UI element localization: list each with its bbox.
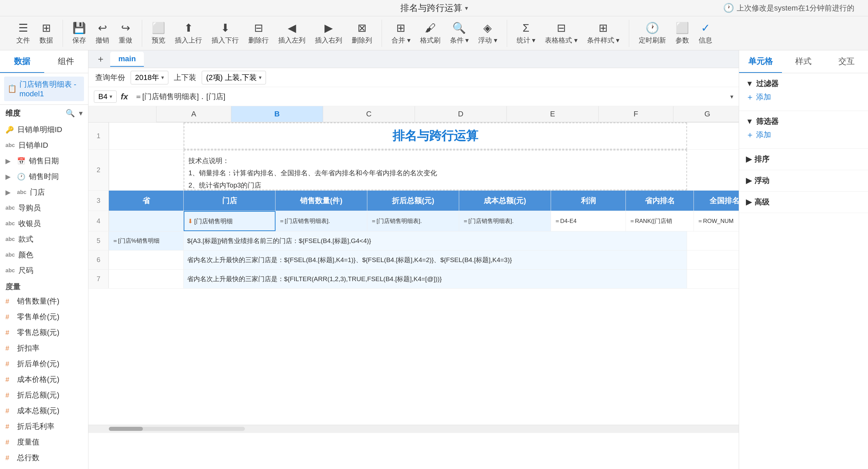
cell-C3[interactable]: 销售数量(件) bbox=[276, 191, 367, 211]
col-header-E[interactable]: E bbox=[507, 106, 599, 122]
cell-B3[interactable]: 门店 bbox=[184, 191, 276, 211]
insert-col-left-button[interactable]: ◀ 插入左列 bbox=[274, 19, 310, 47]
field-item-longitude[interactable]: # 经度 bbox=[0, 466, 88, 469]
insert-row-below-button[interactable]: ⬇ 插入下行 bbox=[207, 19, 243, 47]
redo-button[interactable]: ↪ 重做 bbox=[115, 19, 136, 47]
field-item-qty[interactable]: # 销售数量(件) bbox=[0, 293, 88, 309]
timer-refresh-button[interactable]: 🕐 定时刷新 bbox=[635, 19, 670, 47]
field-item-size[interactable]: abc 尺码 bbox=[0, 263, 88, 278]
cell-ref-select[interactable]: B4 ▾ bbox=[94, 91, 117, 103]
format-brush-button[interactable]: 🖌 格式刷 bbox=[416, 20, 445, 47]
cell-B7-merged[interactable]: 省内名次上升最快的三家门店是：${FILTER(ARR(1,2,3),TRUE,… bbox=[184, 270, 687, 288]
right-tab-style[interactable]: 样式 bbox=[782, 50, 825, 73]
field-item-cost-total[interactable]: # 成本总额(元) bbox=[0, 403, 88, 419]
formula-content[interactable]: ＝[门店销售明细表]．[门店] bbox=[132, 90, 726, 103]
condition-button[interactable]: 🔍 条件 ▾ bbox=[446, 19, 473, 47]
h-scroll-thumb[interactable] bbox=[109, 427, 143, 431]
cell-G3[interactable]: 省内排名 bbox=[626, 191, 694, 211]
formula-expand-icon[interactable]: ▾ bbox=[730, 93, 733, 100]
cell-B6-merged[interactable]: 省内名次上升最快的三家门店是：${FSEL(B4.[标题],K4=1)}、${F… bbox=[184, 250, 687, 269]
filter-add-button[interactable]: ＋ 添加 bbox=[746, 89, 861, 105]
cell-A1[interactable] bbox=[109, 123, 184, 149]
field-item-disc-total[interactable]: # 折后总额(元) bbox=[0, 387, 88, 403]
field-item-store[interactable]: ▶ abc 门店 bbox=[0, 184, 88, 200]
cell-A3[interactable]: 省 bbox=[109, 191, 184, 211]
sidebar-tab-data[interactable]: 数据 bbox=[0, 50, 44, 73]
h-scrollbar[interactable] bbox=[88, 425, 739, 433]
menu-button[interactable]: ☰ 文件 bbox=[12, 19, 34, 47]
field-item-measure-val[interactable]: # 度量值 bbox=[0, 434, 88, 450]
data-button[interactable]: ⊞ 数据 bbox=[35, 19, 57, 47]
cell-D4[interactable]: ＝[门店销售明细表]. bbox=[367, 211, 459, 231]
stats-button[interactable]: Σ 统计 ▾ bbox=[513, 20, 540, 47]
cell-A4[interactable] bbox=[109, 211, 184, 231]
cell-C4[interactable]: ＝[门店销售明细表]. bbox=[276, 211, 367, 231]
field-item-sales-date[interactable]: ▶ 📅 销售日期 bbox=[0, 153, 88, 169]
cell-E4[interactable]: ＝[门店销售明细表]. bbox=[459, 211, 551, 231]
col-header-B[interactable]: B bbox=[231, 106, 323, 122]
field-item-margin[interactable]: # 折后毛利率 bbox=[0, 419, 88, 434]
table-format-button[interactable]: ⊟ 表格格式 ▾ bbox=[541, 19, 582, 47]
insert-row-above-button[interactable]: ⬆ 插入上行 bbox=[171, 19, 206, 47]
cell-B1-merged[interactable]: 排名与跨行运算 bbox=[184, 123, 687, 149]
sidebar-tab-component[interactable]: 组件 bbox=[44, 50, 88, 73]
delete-row-button[interactable]: ⊟ 删除行 bbox=[244, 19, 273, 47]
cell-B2-merged[interactable]: 技术点说明： 1、销量排名：计算省内排名、全国排名、去年省内排名和今年省内排名的… bbox=[184, 150, 687, 190]
field-item-color[interactable]: abc 颜色 bbox=[0, 247, 88, 263]
cell-A6[interactable] bbox=[109, 250, 184, 269]
year-filter-select[interactable]: 2018年 ▾ bbox=[131, 71, 168, 84]
cell-A7[interactable] bbox=[109, 270, 184, 288]
right-tab-cell[interactable]: 单元格 bbox=[739, 50, 782, 73]
cell-B4[interactable]: ⬇ [门店销售明细 bbox=[184, 211, 276, 231]
cell-H3[interactable]: 全国排名 bbox=[694, 191, 739, 211]
sieve-section-header[interactable]: ▼ 筛选器 bbox=[746, 116, 861, 127]
field-item-retail-price[interactable]: # 零售单价(元) bbox=[0, 309, 88, 325]
preview-button[interactable]: ⬜ 预览 bbox=[148, 19, 169, 47]
undo-button[interactable]: ↩ 撤销 bbox=[91, 19, 113, 47]
cell-H4[interactable]: ＝ROW_NUM bbox=[694, 211, 739, 231]
col-header-A[interactable]: A bbox=[156, 106, 231, 122]
cell-F4[interactable]: ＝D4-E4 bbox=[551, 211, 626, 231]
col-header-F[interactable]: F bbox=[599, 106, 673, 122]
search-icon[interactable]: 🔍 bbox=[66, 109, 75, 118]
sort-section-header[interactable]: ▶ 排序 bbox=[746, 154, 861, 164]
cell-G4[interactable]: ＝RANK([门店销 bbox=[626, 211, 694, 231]
delete-col-button[interactable]: ⊠ 删除列 bbox=[348, 19, 376, 47]
col-header-C[interactable]: C bbox=[323, 106, 415, 122]
sieve-add-button[interactable]: ＋ 添加 bbox=[746, 127, 861, 143]
condition-style-button[interactable]: ⊞ 条件样式 ▾ bbox=[583, 19, 624, 47]
collapse-icon[interactable]: ▾ bbox=[79, 109, 83, 118]
insert-col-right-button[interactable]: ▶ 插入右列 bbox=[311, 19, 346, 47]
field-item-cost[interactable]: # 成本价格(元) bbox=[0, 372, 88, 387]
clothing-filter-select[interactable]: (2项) 上装,下装 ▾ bbox=[202, 71, 266, 84]
dataset-item[interactable]: 📋 门店销售明细表 - model1 bbox=[4, 77, 84, 101]
field-item-disc-price[interactable]: # 折后单价(元) bbox=[0, 356, 88, 372]
cell-A2[interactable] bbox=[109, 150, 184, 190]
field-item-rsd[interactable]: abc 日销单ID bbox=[0, 138, 88, 153]
save-button[interactable]: 💾 保存 bbox=[68, 19, 90, 47]
float-button[interactable]: ◈ 浮动 ▾ bbox=[474, 19, 501, 47]
field-item-cashier[interactable]: abc 收银员 bbox=[0, 216, 88, 231]
field-item-discount[interactable]: # 折扣率 bbox=[0, 340, 88, 356]
cell-A5[interactable]: ＝[门店%销售明细 bbox=[109, 231, 184, 250]
field-item-total-rows[interactable]: # 总行数 bbox=[0, 450, 88, 466]
field-item-sales-time[interactable]: ▶ 🕐 销售时间 bbox=[0, 169, 88, 184]
info-button[interactable]: ✓ 信息 bbox=[695, 19, 716, 47]
float-section-header[interactable]: ▶ 浮动 bbox=[746, 176, 861, 186]
advanced-section-header[interactable]: ▶ 高级 bbox=[746, 197, 861, 207]
tab-main[interactable]: main bbox=[110, 52, 144, 67]
col-header-G[interactable]: G bbox=[673, 106, 739, 122]
title-dropdown-icon[interactable]: ▾ bbox=[465, 4, 468, 12]
add-tab-button[interactable]: + bbox=[94, 52, 107, 66]
cell-F3[interactable]: 利润 bbox=[551, 191, 626, 211]
right-tab-interact[interactable]: 交互 bbox=[825, 50, 868, 73]
field-item-style[interactable]: abc 款式 bbox=[0, 231, 88, 247]
params-button[interactable]: ⬜ 参数 bbox=[671, 19, 693, 47]
cell-E3[interactable]: 成本总额(元) bbox=[459, 191, 551, 211]
merge-button[interactable]: ⊞ 合并 ▾ bbox=[387, 19, 415, 47]
filter-section-header[interactable]: ▼ 过滤器 bbox=[746, 79, 861, 89]
field-item-rsd-id[interactable]: 🔑 日销单明细ID bbox=[0, 122, 88, 138]
cell-D3[interactable]: 折后总额(元) bbox=[367, 191, 459, 211]
field-item-guide[interactable]: abc 导购员 bbox=[0, 200, 88, 216]
cell-B5-merged[interactable]: ${A3.[标题]}销售业绩排名前三的门店：${FSEL(B4.[标题],G4<… bbox=[184, 231, 687, 250]
